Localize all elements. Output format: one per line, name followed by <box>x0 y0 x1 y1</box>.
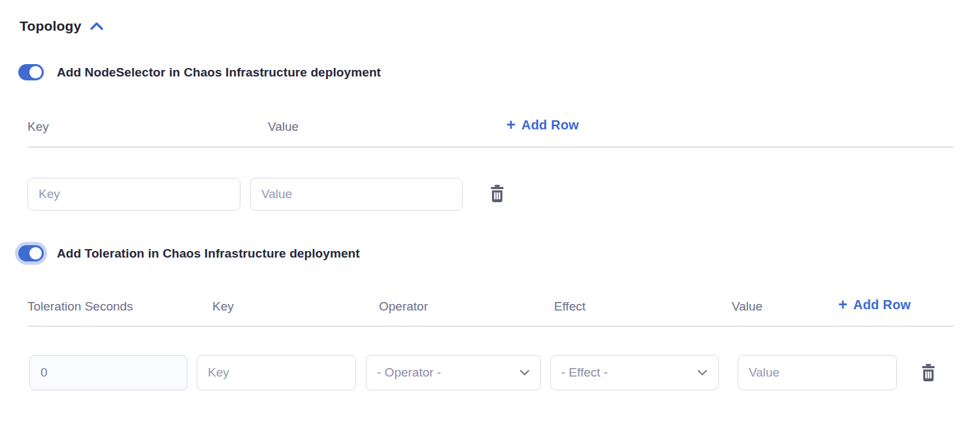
toleration-delete-row-button[interactable] <box>917 362 940 385</box>
trash-icon <box>919 362 938 385</box>
nodeselector-value-input[interactable] <box>250 178 463 211</box>
plus-icon: + <box>506 117 515 133</box>
nodeselector-key-input[interactable] <box>27 178 240 211</box>
nodeselector-add-row-button[interactable]: + Add Row <box>506 117 579 133</box>
toleration-toggle-row: Add Toleration in Chaos Infrastructure d… <box>18 245 360 261</box>
trash-icon <box>487 183 507 206</box>
divider <box>27 326 954 327</box>
toleration-key-input[interactable] <box>197 355 356 390</box>
toggle-knob <box>29 247 42 260</box>
toleration-add-row-button[interactable]: + Add Row <box>838 297 911 312</box>
column-header-toleration-seconds: Toleration Seconds <box>27 299 133 314</box>
effect-selected-value: - Effect - <box>561 365 608 380</box>
nodeselector-table-header: Key Value + Add Row <box>0 120 980 138</box>
toleration-seconds-input[interactable] <box>29 355 188 390</box>
divider <box>27 146 954 148</box>
column-header-effect: Effect <box>554 299 585 314</box>
toleration-table-header: Toleration Seconds Key Operator Effect V… <box>0 299 980 318</box>
column-header-key: Key <box>212 299 234 314</box>
nodeselector-delete-row-button[interactable] <box>485 182 509 206</box>
add-row-label: Add Row <box>853 297 911 312</box>
chevron-down-icon <box>519 367 530 379</box>
column-header-key: Key <box>27 120 49 134</box>
column-header-value: Value <box>268 120 299 134</box>
toleration-toggle-label: Add Toleration in Chaos Infrastructure d… <box>57 246 360 261</box>
toleration-value-input[interactable] <box>738 355 897 390</box>
section-title: Topology <box>20 18 82 34</box>
nodeselector-toggle-label: Add NodeSelector in Chaos Infrastructure… <box>57 65 381 80</box>
column-header-operator: Operator <box>379 299 428 314</box>
nodeselector-toggle[interactable] <box>18 64 44 80</box>
column-header-value: Value <box>732 299 762 314</box>
effect-select[interactable]: - Effect - <box>550 355 719 390</box>
operator-select[interactable]: - Operator - <box>366 355 541 390</box>
chevron-down-icon <box>697 367 708 379</box>
nodeselector-toggle-row: Add NodeSelector in Chaos Infrastructure… <box>18 64 381 80</box>
chevron-up-icon[interactable] <box>90 22 104 33</box>
topology-section-header: Topology <box>20 18 104 34</box>
plus-icon: + <box>838 297 847 312</box>
toleration-toggle[interactable] <box>18 245 44 261</box>
add-row-label: Add Row <box>521 118 579 133</box>
toggle-knob <box>29 66 42 78</box>
operator-selected-value: - Operator - <box>377 365 441 380</box>
